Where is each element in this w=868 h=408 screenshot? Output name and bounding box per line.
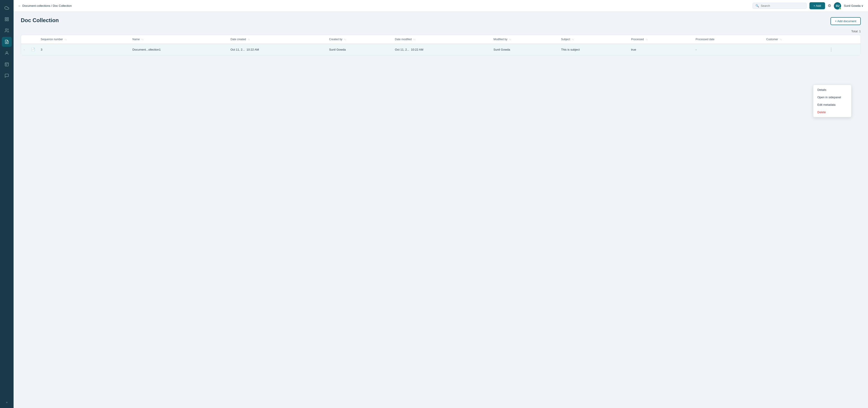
cell-subject: This is subject [558,44,628,55]
total-count: Total: 1 [21,30,861,33]
svg-point-4 [5,29,7,30]
row-actions-button[interactable]: ⋮ [828,46,835,53]
topbar: ← Document collections / Doc Collection … [13,0,868,12]
sidebar-item-chat[interactable] [2,71,12,81]
sidebar-item-grid[interactable] [2,14,12,24]
content-area: Doc Collection + Add document Total: 1 S… [13,12,868,408]
sidebar: » [0,0,13,408]
back-button[interactable]: ← Document collections / Doc Collection [18,4,72,7]
col-date-modified: Date modified ↑↓ [392,35,491,44]
sort-icon-processed[interactable]: ↑↓ [646,38,648,41]
search-icon: 🔍 [755,4,759,7]
cell-customer [764,44,825,55]
sort-icon-subject[interactable]: ↑↓ [572,38,574,41]
svg-rect-8 [5,63,8,66]
table-header: Sequence number ↑↓ Name ↑↓ Date created … [21,35,861,44]
col-processed: Processed ↑↓ [628,35,693,44]
documents-table: Sequence number ↑↓ Name ↑↓ Date created … [21,35,861,55]
search-input[interactable] [761,4,804,7]
cell-date-modified: Oct 11, 2... 10:22 AM [392,44,491,55]
context-menu-details[interactable]: Details [813,86,851,94]
cell-sequence-number: 3 [38,44,130,55]
add-document-button[interactable]: + Add document [831,17,861,25]
sidebar-item-cloud[interactable] [2,3,12,13]
cell-processed: true [628,44,693,55]
svg-rect-0 [5,18,6,19]
col-created-by: Created by ↑↓ [326,35,392,44]
avatar: SU [834,2,841,9]
col-sequence-number: Sequence number ↑↓ [38,35,130,44]
context-menu-delete[interactable]: Delete [813,108,851,116]
main-content: ← Document collections / Doc Collection … [13,0,868,408]
page-title: Doc Collection [21,17,59,24]
sort-icon-customer[interactable]: ↑↓ [780,38,782,41]
col-processed-date: Processed date [693,35,764,44]
context-menu-edit-metadata[interactable]: Edit metadata [813,101,851,108]
gear-icon[interactable]: ⚙ [828,3,831,8]
cell-modified-by: Sunil Gowda [491,44,558,55]
col-name: Name ↑↓ [130,35,228,44]
cell-created-by: Sunil Gowda [326,44,392,55]
sidebar-item-reports[interactable] [2,59,12,69]
cell-date-created: Oct 11, 2... 10:22 AM [228,44,327,55]
row-expand-icon[interactable]: › [24,48,25,51]
table-body: › 📄 3 Document...ollection1 Oct 11, 2...… [21,44,861,55]
chevron-down-icon: ∨ [861,4,864,7]
user-name[interactable]: Sunil Gowda ∨ [844,4,864,7]
search-box[interactable]: 🔍 [752,3,807,9]
sidebar-item-docs[interactable] [2,37,12,47]
svg-rect-2 [7,20,8,21]
breadcrumb: Document collections / Doc Collection [22,4,72,7]
sort-icon-modified-by[interactable]: ↑↓ [509,38,511,41]
sidebar-item-people[interactable] [2,26,12,35]
context-menu-open-sidepanel[interactable]: Open in sidepanel [813,94,851,101]
sort-icon-date-created[interactable]: ↑↓ [248,38,250,41]
content-header: Doc Collection + Add document [21,17,861,25]
col-date-created: Date created ↑↓ [228,35,327,44]
documents-table-container: Sequence number ↑↓ Name ↑↓ Date created … [21,35,861,55]
back-arrow-icon: ← [18,4,21,7]
col-subject: Subject ↑↓ [558,35,628,44]
sort-icon-sequence[interactable]: ↑↓ [64,38,67,41]
table-row[interactable]: › 📄 3 Document...ollection1 Oct 11, 2...… [21,44,861,55]
svg-point-7 [6,52,8,53]
add-button[interactable]: + Add [809,2,825,9]
sidebar-collapse-btn[interactable]: » [4,399,9,406]
col-modified-by: Modified by ↑↓ [491,35,558,44]
sort-icon-created-by[interactable]: ↑↓ [344,38,346,41]
cell-processed-date: - [693,44,764,55]
cell-name: Document...ollection1 [130,44,228,55]
col-customer: Customer ↑↓ [764,35,825,44]
svg-rect-3 [5,20,6,21]
sidebar-item-person[interactable] [2,48,12,58]
svg-rect-1 [7,18,8,19]
context-menu: Details Open in sidepanel Edit metadata … [813,85,851,117]
document-icon: 📄 [31,47,35,51]
online-status-dot [839,7,841,9]
sort-icon-name[interactable]: ↑↓ [141,38,144,41]
sort-icon-date-modified[interactable]: ↑↓ [413,38,415,41]
